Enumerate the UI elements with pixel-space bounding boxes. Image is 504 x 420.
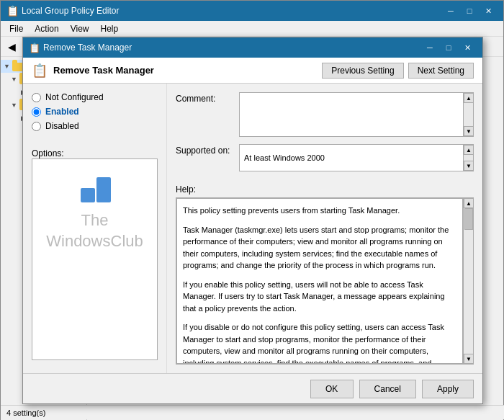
maximize-button[interactable]: □ [460,4,479,17]
radio-not-configured[interactable]: Not Configured [32,92,158,102]
left-panel: Not Configured Enabled Disabled Options: [23,84,167,373]
watermark-area: The WindowsClub [32,159,157,266]
supported-field-container: At least Windows 2000 ▲ ▼ [239,144,474,171]
help-options-labels [176,179,474,182]
scroll-up-arrow[interactable]: ▲ [464,93,474,103]
help-box-container: This policy setting prevents users from … [176,197,474,365]
next-setting-button[interactable]: Next Setting [408,63,474,79]
close-button[interactable]: ✕ [479,4,498,17]
help-text-area: This policy setting prevents users from … [176,198,463,364]
radio-disabled-input[interactable] [32,122,41,131]
radio-disabled[interactable]: Disabled [32,121,158,131]
watermark-text: The WindowsClub [46,210,143,251]
radio-enabled[interactable]: Enabled [32,107,158,117]
radio-not-configured-input[interactable] [32,93,41,102]
help-scroll-thumb [464,208,473,230]
outer-window: 📋 Local Group Policy Editor ─ □ ✕ File A… [0,0,504,420]
svg-rect-1 [81,188,95,202]
dialog-header-icon: 📋 [32,63,48,79]
supported-value: At least Windows 2000 [240,145,463,171]
options-section: Options: The WindowsClub [32,143,158,360]
help-scrollbar: ▲ ▼ [463,198,473,364]
comment-label: Comment: [176,92,233,104]
expand-arrow: ▼ [4,63,12,70]
right-panel: Comment: ▲ ▼ Supported on: At least [167,84,482,373]
menu-file[interactable]: File [4,22,29,35]
scroll-up-arrow-2[interactable]: ▲ [464,145,474,155]
cancel-button[interactable]: Cancel [359,380,416,398]
svg-rect-0 [96,177,111,202]
dialog-footer: OK Cancel Apply [23,373,482,403]
outer-window-title: Local Group Policy Editor [22,6,441,16]
minimize-button[interactable]: ─ [441,4,460,17]
dialog-header: 📋 Remove Task Manager Previous Setting N… [23,58,482,84]
options-box: The WindowsClub [32,158,158,360]
back-button[interactable]: ◀ [4,39,19,55]
supported-scrollbar: ▲ ▼ [463,145,473,171]
scroll-down-arrow-2[interactable]: ▼ [464,161,474,171]
apply-button[interactable]: Apply [422,380,474,398]
comment-field-container: ▲ ▼ [239,92,474,137]
dialog-icon: 📋 [29,43,40,53]
help-scroll-up[interactable]: ▲ [464,198,474,208]
supported-row: Supported on: At least Windows 2000 ▲ ▼ [176,144,474,171]
dialog-window: 📋 Remove Task Manager ─ □ ✕ 📋 Remove Tas… [22,37,483,404]
ok-button[interactable]: OK [310,380,354,398]
scroll-track-2 [464,155,473,161]
status-text: 4 setting(s) [6,408,45,417]
supported-label: Supported on: [176,144,233,156]
outer-window-icon: 📋 [6,5,19,17]
dialog-body: Not Configured Enabled Disabled Options: [23,84,482,373]
menubar: File Action View Help [1,21,503,37]
help-scroll-down[interactable]: ▼ [464,354,474,364]
options-header: Options: [32,148,158,158]
help-column: Help: This policy setting prevents users… [176,184,474,365]
comment-scrollbar: ▲ ▼ [463,93,473,136]
radio-enabled-label: Enabled [45,107,79,117]
dialog-titlebar: 📋 Remove Task Manager ─ □ ✕ [23,37,482,58]
menu-action[interactable]: Action [29,22,64,35]
menu-view[interactable]: View [65,22,95,35]
scroll-track [464,103,473,126]
prev-setting-button[interactable]: Previous Setting [322,63,403,79]
comment-textarea[interactable] [240,93,463,136]
expand-arrow-2: ▼ [11,76,19,83]
dialog-close-button[interactable]: ✕ [458,41,477,54]
statusbar: 4 setting(s) [1,405,504,419]
help-scroll-track [464,208,473,354]
scroll-down-arrow[interactable]: ▼ [464,126,474,136]
watermark-logo [75,174,114,206]
outer-titlebar: 📋 Local Group Policy Editor ─ □ ✕ [1,1,503,21]
radio-not-configured-label: Not Configured [45,92,104,102]
dialog-minimize-button[interactable]: ─ [420,41,439,54]
dialog-title: Remove Task Manager [43,43,420,53]
dialog-header-title: Remove Task Manager [53,65,154,76]
radio-group: Not Configured Enabled Disabled [32,92,158,131]
dialog-maximize-button[interactable]: □ [439,41,458,54]
menu-help[interactable]: Help [95,22,125,35]
help-section: Help: This policy setting prevents users… [176,184,474,365]
radio-enabled-input[interactable] [32,107,41,117]
radio-disabled-label: Disabled [45,121,79,131]
help-label: Help: [176,184,474,195]
expand-arrow-4: ▼ [11,102,19,109]
dialog-nav-buttons: Previous Setting Next Setting [322,63,474,79]
comment-row: Comment: ▲ ▼ [176,92,474,137]
